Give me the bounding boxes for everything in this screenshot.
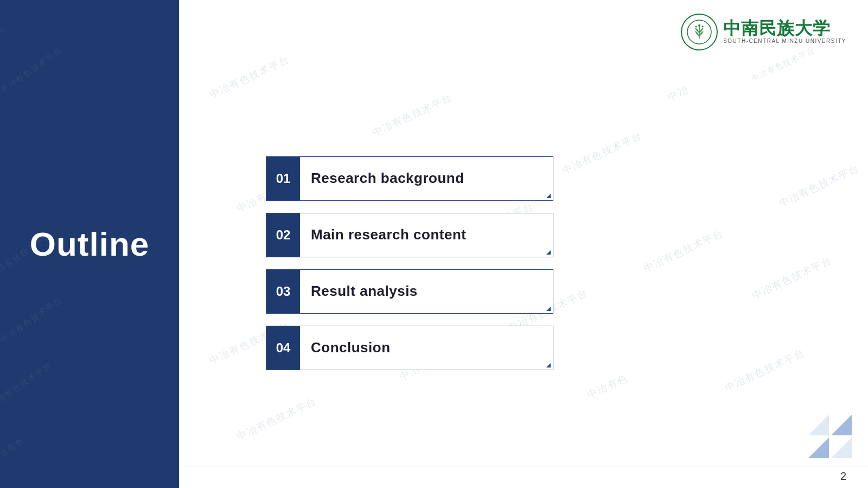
sidebar-watermark-6: 技术平台 bbox=[0, 24, 9, 49]
sidebar-watermark-5: 中冶有色技术平台 bbox=[0, 45, 65, 96]
logo-circle bbox=[681, 14, 718, 50]
outline-label-1: Research background bbox=[300, 170, 553, 187]
logo-text-area: 中南民族大学 SOUTH-CENTRAL MINZU UNIVERSITY bbox=[723, 20, 846, 45]
logo-area: 中南民族大学 SOUTH-CENTRAL MINZU UNIVERSITY bbox=[681, 14, 846, 50]
outline-number-4: 04 bbox=[266, 326, 300, 370]
outline-item-4[interactable]: 04 Conclusion bbox=[266, 326, 553, 370]
sidebar-watermark-3: 中冶有色技术平台 bbox=[0, 360, 54, 411]
outline-item-1[interactable]: 01 Research background bbox=[266, 156, 553, 201]
svg-point-3 bbox=[695, 26, 697, 28]
svg-point-2 bbox=[698, 24, 700, 27]
logo-svg bbox=[686, 19, 712, 45]
tri-row-2 bbox=[808, 438, 852, 458]
outline-item-2[interactable]: 02 Main research content bbox=[266, 213, 553, 257]
logo-english-name: SOUTH-CENTRAL MINZU UNIVERSITY bbox=[723, 38, 846, 45]
outline-label-3: Result analysis bbox=[300, 283, 553, 300]
sidebar: 中冶有色技术平台 中冶有色技术平台 中冶有色技术平台 中冶有色 中冶有色技术平台… bbox=[0, 0, 179, 488]
sidebar-watermark-4: 中冶有色 bbox=[0, 435, 25, 465]
svg-point-4 bbox=[702, 26, 704, 28]
main-content: 中冶有色技术平台 中冶有色技术平台 中冶有色技术平台 中冶 中冶有色技术平台 中… bbox=[179, 0, 868, 488]
bottom-bar bbox=[179, 466, 868, 467]
tri-1 bbox=[808, 415, 829, 435]
tri-2 bbox=[831, 415, 852, 435]
outline-number-3: 03 bbox=[266, 270, 300, 313]
tri-3 bbox=[808, 438, 829, 458]
header: 中南民族大学 SOUTH-CENTRAL MINZU UNIVERSITY bbox=[179, 0, 868, 60]
deco-triangles bbox=[808, 415, 852, 458]
logo-inner bbox=[685, 18, 713, 46]
outline-item-3[interactable]: 03 Result analysis bbox=[266, 269, 553, 314]
logo-chinese-name: 中南民族大学 bbox=[723, 20, 846, 37]
outline-items-container: 01 Research background 02 Main research … bbox=[179, 60, 868, 488]
outline-number-1: 01 bbox=[266, 157, 300, 200]
sidebar-title: Outline bbox=[30, 225, 150, 263]
page-number: 2 bbox=[840, 470, 846, 483]
outline-label-2: Main research content bbox=[300, 226, 553, 243]
outline-label-4: Conclusion bbox=[300, 339, 553, 356]
slide: 中冶有色技术平台 中冶有色技术平台 中冶有色技术平台 中冶有色 中冶有色技术平台… bbox=[0, 0, 868, 488]
tri-4 bbox=[831, 438, 852, 458]
tri-row-1 bbox=[808, 415, 852, 435]
sidebar-watermark-2: 中冶有色技术平台 bbox=[0, 295, 65, 346]
outline-number-2: 02 bbox=[266, 213, 300, 257]
